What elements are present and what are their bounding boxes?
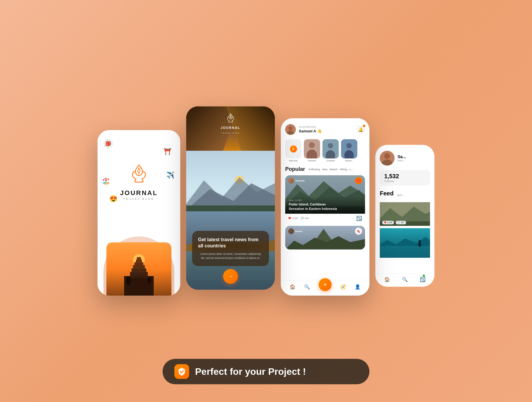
article-1-overlay: June, 12 2021 Padar Island, CaribbeanSen… [285, 196, 365, 214]
feed-stat-likes: ❤️ 1,132 [382, 221, 394, 224]
article-1-title: Padar Island, CaribbeanSensation in East… [289, 202, 361, 211]
banner-text: Perfect for your Project ! [195, 366, 306, 377]
phone-1: 🎒 ⛩️ 🏖️ ✈️ 😍 [98, 130, 180, 296]
stat-comments-1: 💬 543 [301, 217, 309, 220]
comment-icon-1: 💬 [301, 217, 304, 220]
green-dot [423, 275, 425, 277]
feed-2-svg [380, 228, 430, 258]
filter-new[interactable]: New [322, 168, 327, 171]
svg-rect-47 [380, 246, 430, 258]
phone-3-content: Good Morning Samuel A 👋 🔔 + Add story [281, 118, 369, 296]
article-1-top-row: Amanda 🔖 [285, 175, 365, 186]
svg-point-11 [126, 276, 131, 285]
bookmark-button-2[interactable]: 🔖 [355, 228, 362, 235]
story-add-circle: + [285, 139, 301, 158]
phone4-nav-search[interactable]: 🔍 [402, 277, 408, 282]
phone2-logo-title: JOURNAL [220, 126, 240, 129]
nav-profile[interactable]: 👤 [355, 284, 361, 290]
emoji-heart-eyes: 😍 [109, 195, 117, 203]
temple-image [106, 242, 171, 296]
likes-count-1: 2,345 [292, 217, 298, 220]
phone-3-nav: 🏠 🔍 + 🧭 👤 [281, 280, 369, 296]
share-btn-1[interactable]: ↩️ [356, 215, 362, 221]
svg-point-49 [418, 242, 421, 247]
story-jonathan-img [322, 139, 339, 158]
article-card-1[interactable]: Amanda 🔖 June, 12 2021 Padar Island, Car… [285, 175, 365, 223]
phone4-nav-home[interactable]: 🏠 [384, 277, 390, 282]
feed-1-stats: ❤️ 1,132 💬 157 [382, 221, 406, 224]
article-1-stats: ❤️ 2,345 💬 543 ↩️ [285, 214, 365, 223]
feed-image-1: ❤️ 1,132 💬 157 [380, 202, 430, 226]
user-avatar [285, 124, 296, 135]
arrow-button[interactable]: → [223, 269, 238, 284]
article-2-author: Daniel [288, 228, 302, 234]
article-image-2: Daniel 🔖 [285, 226, 365, 249]
emoji-torii: ⛩️ [163, 148, 171, 155]
greeting-text: Good Morning Samuel A 👋 [299, 125, 322, 134]
story-jonathan-circle [322, 139, 339, 158]
story-add-plus: + [290, 145, 297, 153]
article-card-2[interactable]: Daniel 🔖 [285, 226, 365, 249]
phone-1-content: 🎒 ⛩️ 🏖️ ✈️ 😍 [98, 130, 180, 296]
filter-following[interactable]: Following [309, 168, 320, 171]
feed-stat-comments: 💬 157 [396, 221, 406, 224]
journal-title: JOURNAL [120, 189, 158, 197]
emoji-backpack: 🎒 [103, 139, 113, 148]
story-saman-circle [341, 139, 357, 158]
phone-2-content: JOURNAL TRAVEL BLOG Get latest travel ne… [186, 106, 275, 290]
nav-search[interactable]: 🔍 [304, 284, 310, 290]
story-saman[interactable]: Saman... [341, 139, 357, 162]
nav-home[interactable]: 🏠 [290, 284, 296, 290]
filter-hiking[interactable]: Hiking [340, 168, 347, 171]
story-add[interactable]: + Add story [285, 139, 301, 162]
svg-rect-4 [132, 268, 146, 273]
story-saman-img [341, 139, 357, 158]
bookmark-button-1[interactable]: 🔖 [355, 177, 362, 184]
author-avatar-2 [288, 228, 294, 234]
story-amanda[interactable]: Amanda [304, 139, 320, 162]
filter-tags: Following New Beach Hiking L... [309, 168, 353, 171]
tent-background: JOURNAL TRAVEL BLOG Get latest travel ne… [186, 106, 275, 290]
article-1-date: June, 12 2021 [289, 199, 361, 201]
feed-header: Feed Arti... [380, 190, 430, 200]
bottom-banner: Perfect for your Project ! [163, 359, 369, 384]
user-greeting: Good Morning Samuel A 👋 [285, 124, 322, 135]
feed-tab: Arti... [397, 193, 405, 197]
profile-subtitle: New... [398, 159, 406, 162]
phone-2: JOURNAL TRAVEL BLOG Get latest travel ne… [186, 106, 275, 290]
nav-compass[interactable]: 🧭 [340, 284, 346, 290]
article-image-1: Amanda 🔖 June, 12 2021 Padar Island, Car… [285, 175, 365, 214]
story-amanda-circle [304, 139, 320, 158]
phone-4: Sa... New... 1,532 Follower Feed Arti... [375, 145, 434, 287]
filter-more[interactable]: L... [350, 168, 353, 171]
greeting-small: Good Morning [299, 125, 322, 128]
feed-title: Feed [380, 190, 394, 197]
nav-add-fab[interactable]: + [319, 278, 332, 291]
user-avatar-img [285, 124, 296, 135]
phone4-nav-refresh[interactable]: ↩️ [420, 277, 426, 282]
profile-name: Sa... [398, 154, 406, 159]
popular-title: Popular [285, 166, 305, 172]
text-card-headline: Get latest travel news from all countrie… [198, 237, 263, 249]
profile-avatar-large [380, 151, 395, 166]
journal-logo-white-icon [225, 112, 236, 124]
comments-count-1: 543 [305, 217, 309, 220]
arrow-icon: → [228, 273, 233, 280]
phone-4-content: Sa... New... 1,532 Follower Feed Arti... [375, 145, 434, 287]
story-amanda-label: Amanda [308, 160, 316, 162]
bell-button[interactable]: 🔔 [356, 125, 365, 134]
svg-rect-3 [130, 272, 148, 276]
bell-badge [363, 124, 366, 127]
stat-likes-1: ❤️ 2,345 [288, 217, 298, 220]
follower-count-box: 1,532 Follower [380, 170, 430, 186]
story-add-label: Add story [289, 160, 298, 162]
phone2-logo-subtitle: TRAVEL BLOG [221, 132, 240, 134]
shield-icon [174, 364, 189, 379]
svg-rect-8 [137, 257, 141, 260]
phone4-nav-dot-wrapper: ↩️ [420, 277, 426, 282]
follower-number: 1,532 [384, 173, 426, 180]
filter-beach[interactable]: Beach [330, 168, 338, 171]
feed-image-2 [380, 228, 430, 258]
story-jonathan[interactable]: Jonathan [322, 139, 339, 162]
svg-point-50 [419, 240, 421, 242]
